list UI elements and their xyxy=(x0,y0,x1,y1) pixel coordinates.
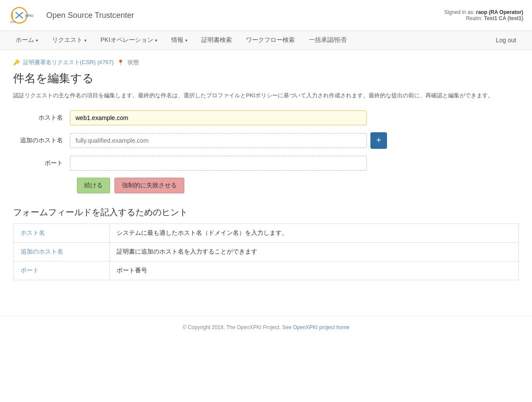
nav-item-cert-search[interactable]: 証明書検索 xyxy=(194,31,239,49)
username: raop (RA Operator) xyxy=(476,9,523,15)
svg-text:XPKI: XPKI xyxy=(25,14,33,18)
hostname-input[interactable] xyxy=(70,110,367,125)
hint-label-additional: 追加のホスト名 xyxy=(14,242,110,261)
form-buttons: 続ける 強制的に失敗させる xyxy=(77,178,519,193)
header-title: Open Source Trustcenter xyxy=(46,11,134,20)
navbar-left: ホーム ▾ リクエスト ▾ PKIオペレーション ▾ 情報 ▾ 証明書検索 ワー… xyxy=(9,31,354,49)
footer-link[interactable]: OpenXPKI project home xyxy=(293,324,349,330)
port-row: ポート xyxy=(13,156,519,171)
footer: © Copyright 2018, The OpenXPKI Project. … xyxy=(0,315,532,339)
main-content: 🔑 証明書署名リクエスト(CSR) (#767) 📍 状態 件名を編集する 認証… xyxy=(0,50,532,289)
table-row: ポート ポート番号 xyxy=(14,261,519,280)
hostname-label: ホスト名 xyxy=(13,114,70,122)
hint-label-port: ポート xyxy=(14,261,110,280)
continue-button[interactable]: 続ける xyxy=(77,178,110,193)
logout-button[interactable]: Log out xyxy=(489,31,523,49)
page-description: 認証リクエストの主な件名の項目を編集します。最終的な件名は、選択したプロファイル… xyxy=(13,91,519,100)
port-input[interactable] xyxy=(70,156,367,171)
table-row: ホスト名 システムに最も適したホスト名（ドメイン名）を入力します。 xyxy=(14,223,519,242)
chevron-down-icon: ▾ xyxy=(84,38,86,43)
hint-desc-hostname: システムに最も適したホスト名（ドメイン名）を入力します。 xyxy=(110,223,519,242)
navbar: ホーム ▾ リクエスト ▾ PKIオペレーション ▾ 情報 ▾ 証明書検索 ワー… xyxy=(0,31,532,50)
form-container: ホスト名 追加のホスト名 + ポート 続ける 強制的に失敗させる xyxy=(13,110,519,193)
svg-text:open: open xyxy=(10,20,17,24)
hints-table: ホスト名 システムに最も適したホスト名（ドメイン名）を入力します。 追加のホスト… xyxy=(13,223,519,280)
header-left: open XPKI Open Source Trustcenter xyxy=(9,4,134,26)
nav-item-info[interactable]: 情報 ▾ xyxy=(164,31,194,49)
additional-hostname-row: 追加のホスト名 + xyxy=(13,132,519,149)
chevron-down-icon: ▾ xyxy=(185,38,187,43)
hostname-row: ホスト名 xyxy=(13,110,519,125)
chevron-down-icon: ▾ xyxy=(155,38,157,43)
nav-item-bulk-approve[interactable]: 一括承認/拒否 xyxy=(302,31,354,49)
realm-label: Realm: Test1 CA (test1) xyxy=(444,15,523,21)
realm-value: Test1 CA (test1) xyxy=(484,15,523,21)
table-row: 追加のホスト名 証明書に追加のホスト名を入力することができます xyxy=(14,242,519,261)
hint-desc-additional: 証明書に追加のホスト名を入力することができます xyxy=(110,242,519,261)
nav-item-home[interactable]: ホーム ▾ xyxy=(9,31,45,49)
breadcrumb-csr[interactable]: 証明書署名リクエスト(CSR) (#767) xyxy=(23,58,114,66)
chevron-down-icon: ▾ xyxy=(36,38,38,43)
logo-icon: open XPKI xyxy=(9,4,39,26)
page-title: 件名を編集する xyxy=(13,71,519,86)
nav-item-workflow-search[interactable]: ワークフロー検索 xyxy=(239,31,302,49)
fail-button[interactable]: 強制的に失敗させる xyxy=(114,178,184,193)
breadcrumb-state: 状態 xyxy=(128,58,139,66)
additional-hostname-with-btn: + xyxy=(70,132,387,149)
key-icon: 🔑 xyxy=(13,59,20,65)
add-hostname-button[interactable]: + xyxy=(370,132,387,149)
nav-item-request[interactable]: リクエスト ▾ xyxy=(45,31,93,49)
logo: open XPKI xyxy=(9,4,39,26)
header-user-info: Signed in as: raop (RA Operator) Realm: … xyxy=(444,9,523,21)
hints-title: フォームフィールドを記入するためのヒント xyxy=(13,206,519,218)
signed-in-label: Signed in as: raop (RA Operator) xyxy=(444,9,523,15)
pin-icon: 📍 xyxy=(117,59,124,66)
header: open XPKI Open Source Trustcenter Signed… xyxy=(0,0,532,31)
port-label: ポート xyxy=(13,159,70,167)
additional-hostname-input[interactable] xyxy=(70,133,367,148)
additional-hostname-label: 追加のホスト名 xyxy=(13,137,70,144)
nav-item-pki-ops[interactable]: PKIオペレーション ▾ xyxy=(93,31,164,49)
hint-label-hostname: ホスト名 xyxy=(14,223,110,242)
hint-desc-port: ポート番号 xyxy=(110,261,519,280)
breadcrumb: 🔑 証明書署名リクエスト(CSR) (#767) 📍 状態 xyxy=(13,58,519,66)
